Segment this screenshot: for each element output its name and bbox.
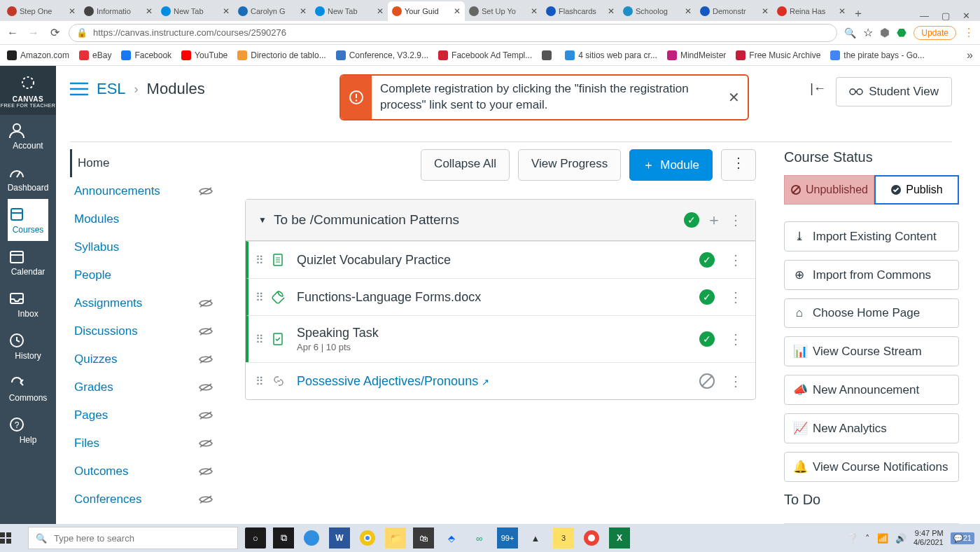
modules-kebab-menu[interactable]: ⋮ — [721, 149, 756, 181]
published-icon[interactable]: ✓ — [699, 252, 715, 268]
close-tab-icon[interactable]: ✕ — [531, 6, 538, 16]
chrome-app-icon[interactable] — [357, 527, 378, 548]
bookmarks-overflow[interactable]: » — [967, 49, 973, 62]
global-nav-history[interactable]: History — [8, 325, 49, 367]
bookmark-item[interactable]: eBay — [79, 50, 111, 60]
close-tab-icon[interactable]: ✕ — [685, 6, 692, 16]
course-action-view-course-notifications[interactable]: 🔔View Course Notifications — [784, 452, 959, 482]
sticky-notes-icon[interactable]: 3 — [553, 527, 574, 548]
global-nav-account[interactable]: Account — [8, 115, 49, 157]
module-collapse-toggle[interactable]: ▼ — [258, 215, 267, 225]
course-nav-assignments[interactable]: Assignments — [70, 289, 217, 317]
course-action-choose-home-page[interactable]: ⌂Choose Home Page — [784, 298, 959, 328]
module-item-kebab[interactable]: ⋮ — [729, 373, 743, 389]
browser-tab[interactable]: Your Guid✕ — [388, 1, 465, 21]
module-kebab-menu[interactable]: ⋮ — [729, 212, 743, 228]
bookmark-item[interactable]: 4 sitios web para cr... — [565, 50, 657, 60]
edge-app-icon[interactable] — [301, 527, 322, 548]
close-tab-icon[interactable]: ✕ — [300, 6, 307, 16]
add-module-button[interactable]: ＋ Module — [629, 149, 713, 181]
module-add-item[interactable]: ＋ — [706, 209, 722, 230]
course-action-import-from-commons[interactable]: ⊕Import from Commons — [784, 260, 959, 290]
browser-tab[interactable]: Step One✕ — [3, 1, 80, 21]
bookmark-item[interactable]: Facebook — [121, 50, 172, 60]
module-item-kebab[interactable]: ⋮ — [729, 289, 743, 305]
help-tray-icon[interactable]: ❔ — [847, 533, 858, 544]
bookmark-item[interactable]: Free Music Archive — [736, 50, 820, 60]
collapse-all-button[interactable]: Collapse All — [421, 149, 510, 181]
view-progress-button[interactable]: View Progress — [518, 149, 621, 181]
wifi-icon[interactable]: 📶 — [877, 533, 888, 544]
browser-tab[interactable]: Set Up Yo✕ — [465, 1, 542, 21]
bookmark-item[interactable]: Conference, V3.2.9... — [336, 50, 428, 60]
module-item-title[interactable]: Possessive Adjectives/Pronouns ↗ — [297, 374, 690, 389]
file-explorer-icon[interactable]: 📁 — [385, 527, 406, 548]
cortana-icon[interactable]: ○ — [245, 527, 266, 548]
browser-tab[interactable]: Demonstr✕ — [696, 1, 773, 21]
word-app-icon[interactable]: W — [329, 527, 350, 548]
new-tab-button[interactable]: ＋ — [850, 6, 867, 21]
course-action-new-analytics[interactable]: 📈New Analytics — [784, 413, 959, 443]
module-item-title[interactable]: Quizlet Vocabulary Practice — [297, 253, 690, 268]
browser-update-button[interactable]: Update — [913, 26, 956, 40]
module-item-kebab[interactable]: ⋮ — [729, 331, 743, 347]
start-button[interactable] — [0, 532, 28, 544]
drag-handle-icon[interactable]: ⠿ — [255, 333, 262, 346]
global-nav-calendar[interactable]: Calendar — [8, 241, 49, 283]
browser-tab[interactable]: Carolyn G✕ — [234, 1, 311, 21]
bookmark-item[interactable]: MindMeister — [667, 50, 726, 60]
window-maximize[interactable]: ▢ — [941, 11, 950, 21]
store-icon[interactable]: 🛍 — [413, 527, 434, 548]
course-action-new-announcement[interactable]: 📣New Announcement — [784, 375, 959, 405]
close-tab-icon[interactable]: ✕ — [762, 6, 769, 16]
volume-icon[interactable]: 🔊 — [895, 533, 906, 544]
window-minimize[interactable]: — — [920, 11, 929, 21]
drag-handle-icon[interactable]: ⠿ — [255, 254, 262, 267]
bookmark-star-icon[interactable]: ☆ — [863, 26, 873, 39]
browser-tab[interactable]: Flashcards✕ — [542, 1, 619, 21]
course-nav-files[interactable]: Files — [70, 429, 217, 457]
drag-handle-icon[interactable]: ⠿ — [255, 291, 262, 304]
browser-tab[interactable]: Informatio✕ — [80, 1, 157, 21]
course-action-import-existing-content[interactable]: ⤓Import Existing Content — [784, 221, 959, 251]
url-input[interactable]: 🔒 https://canvas.instructure.com/courses… — [69, 24, 837, 42]
browser-tab[interactable]: Schoolog✕ — [619, 1, 696, 21]
nav-back[interactable]: ← — [6, 27, 20, 39]
taskbar-clock[interactable]: 9:47 PM 4/6/2021 — [913, 529, 944, 546]
breadcrumb-course-link[interactable]: ESL — [97, 80, 126, 98]
bookmark-item[interactable]: YouTube — [181, 50, 227, 60]
course-nav-announcements[interactable]: Announcements — [70, 177, 217, 205]
unpublished-button[interactable]: Unpublished — [784, 175, 874, 205]
course-nav-pages[interactable]: Pages — [70, 401, 217, 429]
global-nav-dashboard[interactable]: Dashboard — [8, 157, 49, 199]
unpublished-icon[interactable] — [699, 373, 715, 389]
dropbox-icon[interactable]: ⬘ — [441, 527, 462, 548]
module-item-kebab[interactable]: ⋮ — [729, 251, 743, 268]
module-published-icon[interactable]: ✓ — [684, 212, 699, 228]
bookmark-item[interactable] — [542, 50, 555, 60]
published-icon[interactable]: ✓ — [699, 331, 715, 347]
course-nav-modules[interactable]: Modules — [70, 205, 217, 233]
close-tab-icon[interactable]: ✕ — [608, 6, 615, 16]
browser-menu[interactable]: ⋮ — [963, 26, 974, 39]
global-nav-inbox[interactable]: Inbox — [8, 283, 49, 325]
course-nav-people[interactable]: People — [70, 261, 217, 289]
close-tab-icon[interactable]: ✕ — [223, 6, 230, 16]
course-nav-home[interactable]: Home — [70, 149, 217, 177]
published-icon[interactable]: ✓ — [699, 289, 715, 305]
extension-icon-1[interactable]: ⬢ — [880, 26, 890, 39]
mail-app-icon[interactable]: 99+ — [497, 527, 518, 548]
course-nav-quizzes[interactable]: Quizzes — [70, 345, 217, 373]
window-close[interactable]: ✕ — [962, 11, 970, 21]
course-nav-outcomes[interactable]: Outcomes — [70, 457, 217, 485]
bookmark-item[interactable]: Directorio de tablo... — [237, 50, 326, 60]
alert-close-button[interactable]: ✕ — [720, 89, 748, 106]
publish-button[interactable]: Publish — [874, 175, 959, 205]
module-item-title[interactable]: Functions-Language Forms.docx — [297, 290, 690, 305]
zoom-icon[interactable]: 🔍 — [844, 27, 856, 39]
bookmark-item[interactable]: Amazon.com — [7, 50, 69, 60]
nav-reload[interactable]: ⟳ — [48, 26, 62, 39]
taskbar-search[interactable]: 🔍 Type here to search — [28, 527, 238, 549]
bookmark-item[interactable]: the pirate bays - Go... — [830, 50, 924, 60]
extension-icon-2[interactable]: ⬣ — [897, 26, 906, 39]
